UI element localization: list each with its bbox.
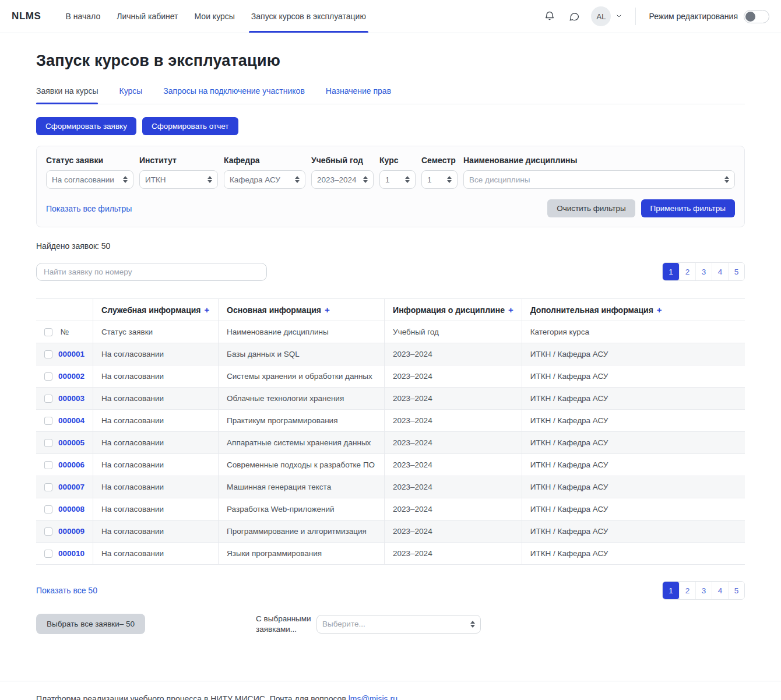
row-checkbox[interactable] [44,505,52,513]
updown-arrows-icon [207,176,212,183]
nav-item-personal-cabinet[interactable]: Личный кабинет [117,0,178,33]
filter-label-institute: Институт [139,156,218,165]
footer-email-link[interactable]: lms@misis.ru [349,694,397,700]
page-button[interactable]: 4 [712,582,728,599]
request-number-cell: 000009 [36,520,93,543]
request-status-cell: На согласовании [93,498,219,520]
show-all-filters-link[interactable]: Показать все фильтры [46,204,132,213]
course-category-cell: ИТКН / Кафедра АСУ [522,410,745,432]
row-checkbox[interactable] [44,550,52,558]
group-header-service-info: Служебная информация+ [93,299,219,321]
show-all-rows-link[interactable]: Показать все 50 [36,586,97,595]
add-column-icon[interactable]: + [325,305,330,315]
request-status-cell: На согласовании [93,454,219,476]
request-id-link[interactable]: 000007 [58,483,85,491]
add-column-icon[interactable]: + [657,305,662,315]
request-id-link[interactable]: 000002 [58,372,85,381]
footer-text: Платформа реализации учебного процесса в… [36,694,346,700]
sub-header-status: Статус заявки [93,321,219,343]
apply-filters-button[interactable]: Применить фильтры [641,199,735,217]
filter-select-academic-year[interactable]: 2023–2024 [311,170,374,189]
row-checkbox[interactable] [44,395,52,403]
course-category-cell: ИТКН / Кафедра АСУ [522,343,745,365]
updown-arrows-icon [295,176,300,183]
page-button[interactable]: 1 [663,582,679,599]
filters-panel: Статус заявки На согласовании Институт И… [36,146,745,227]
nav-item-course-launch[interactable]: Запуск курсов в эксплуатацию [251,0,366,33]
filter-label-academic-year: Учебный год [311,156,374,165]
request-number-cell: 000007 [36,476,93,498]
notifications-bell-icon[interactable] [542,9,557,24]
request-id-link[interactable]: 000005 [58,438,85,447]
page-button[interactable]: 3 [695,263,712,280]
filter-value-department: Кафедра АСУ [230,175,280,184]
academic-year-cell: 2023–2024 [385,454,522,476]
row-checkbox[interactable] [44,461,52,469]
request-number-cell: 000002 [36,365,93,388]
bulk-action-select[interactable]: Выберите... [316,615,481,634]
request-status-cell: На согласовании [93,476,219,498]
select-all-checkbox[interactable] [44,328,52,336]
page-button[interactable]: 2 [679,582,695,599]
request-id-link[interactable]: 000010 [58,549,85,558]
request-id-link[interactable]: 000003 [58,394,85,403]
create-report-button[interactable]: Сформировать отчет [142,117,238,135]
chevron-down-icon[interactable] [615,12,622,21]
row-checkbox[interactable] [44,439,52,447]
filter-select-discipline[interactable]: Все дисциплины [463,170,735,189]
discipline-cell: Машинная генерация текста [219,476,385,498]
tab-course-requests[interactable]: Заявки на курсы [36,86,98,104]
nav-item-my-courses[interactable]: Мои курсы [195,0,235,33]
filter-select-department[interactable]: Кафедра АСУ [224,170,305,189]
discipline-cell: Разработка Web-приложений [219,498,385,520]
search-input[interactable] [36,263,267,281]
edit-mode-toggle[interactable] [744,10,769,23]
clear-filters-button[interactable]: Очистить фильтры [547,199,635,217]
nav-item-home[interactable]: В начало [66,0,101,33]
tab-participant-requests[interactable]: Запросы на подключение участников [163,86,304,104]
request-id-link[interactable]: 000006 [58,460,85,469]
filter-select-status[interactable]: На согласовании [46,170,133,189]
create-request-button[interactable]: Сформировать заявку [36,117,136,135]
tab-courses[interactable]: Курсы [119,86,142,104]
request-id-link[interactable]: 000001 [58,350,85,358]
filter-select-semester[interactable]: 1 [421,170,458,189]
user-menu[interactable]: AL [591,6,622,26]
sub-header-category: Категория курса [522,321,745,343]
filter-value-academic-year: 2023–2024 [317,175,357,184]
academic-year-cell: 2023–2024 [385,388,522,410]
messages-chat-icon[interactable] [567,9,582,24]
toggle-knob [745,12,755,22]
row-checkbox[interactable] [44,483,52,491]
page-button[interactable]: 1 [663,263,679,280]
row-checkbox[interactable] [44,527,52,536]
page-button[interactable]: 4 [712,263,728,280]
filter-label-department: Кафедра [224,156,305,165]
filter-select-institute[interactable]: ИТКН [139,170,218,189]
avatar[interactable]: AL [591,6,611,26]
filter-select-course[interactable]: 1 [379,170,416,189]
row-checkbox[interactable] [44,350,52,358]
table-row: 000001 На согласовании Базы данных и SQL… [36,343,745,365]
academic-year-cell: 2023–2024 [385,520,522,543]
page-button[interactable]: 3 [695,582,712,599]
row-checkbox[interactable] [44,372,52,381]
request-id-link[interactable]: 000004 [58,416,85,425]
request-status-cell: На согласовании [93,388,219,410]
updown-arrows-icon [123,176,128,183]
tab-rights-assignment[interactable]: Назначение прав [326,86,391,104]
page-button[interactable]: 2 [679,263,695,280]
request-id-link[interactable]: 000009 [58,527,85,536]
request-id-link[interactable]: 000008 [58,505,85,513]
request-status-cell: На согласовании [93,432,219,454]
add-column-icon[interactable]: + [205,305,210,315]
group-header-label: Основная информация [227,305,321,315]
page-button[interactable]: 5 [728,582,744,599]
add-column-icon[interactable]: + [508,305,513,315]
filter-label-semester: Семестр [421,156,458,165]
select-all-requests-button[interactable]: Выбрать все заявки– 50 [36,614,145,634]
discipline-cell: Практикум программирования [219,410,385,432]
page-button[interactable]: 5 [728,263,744,280]
group-header-discipline-info: Информация о дисциплине+ [385,299,522,321]
row-checkbox[interactable] [44,417,52,425]
